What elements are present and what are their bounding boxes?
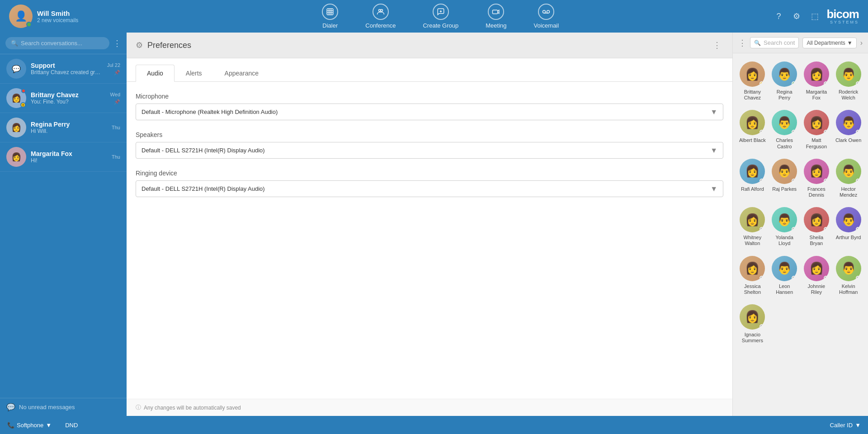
contact-card[interactable]: 👩 Brittany Chavez [738,59,767,104]
contact-card[interactable]: 👨 Hector Mendez [834,156,863,201]
conversation-message: Brittany Chavez created gro... [31,69,103,75]
conversation-meta: Wed 📌 [110,92,120,105]
softphone-button[interactable]: 📞 Softphone ▼ [7,422,52,429]
contact-name: Margarita Fox [803,89,830,101]
caller-id-button[interactable]: Caller ID ▼ [830,422,861,429]
dialer-label: Dialer [322,22,338,29]
list-item[interactable]: 👩 ! Brittany Chavez You: Fine. You? Wed … [0,84,127,113]
contact-avatar: 👩 [740,61,765,87]
contact-card[interactable]: 👨 Clark Owen [834,107,863,152]
list-item[interactable]: 👩 Margarita Fox Hi! Thu [0,142,127,172]
main-layout: 🔍 ⋮ 💬 Support Brittany Chavez created gr… [0,33,868,416]
bicom-logo: bicom SYSTEMS [826,8,859,24]
user-status: 2 new voicemails [37,17,78,24]
contact-card[interactable]: 👩 Johnnie Riley [802,253,831,298]
contact-card[interactable]: 👨 Regina Perry [770,59,799,104]
contact-status-dot [856,81,860,86]
contacts-grid: 👩 Brittany Chavez 👨 Regina Perry 👩 Marga… [733,53,868,416]
contact-name: Kelvin Hoffman [835,283,862,295]
contact-status-dot [760,179,764,183]
dnd-label: DND [65,422,78,429]
contact-card[interactable]: 👨 Raj Parkes [770,156,799,201]
logout-button[interactable]: ⬚ [808,10,821,23]
center-panel: ⚙ Preferences ⋮ Audio Alerts Appearance … [127,33,732,416]
svg-point-6 [381,9,383,12]
list-item[interactable]: 💬 Support Brittany Chavez created gro...… [0,54,127,84]
online-status-dot [26,22,32,27]
department-select[interactable]: All Departments ▼ [802,38,856,48]
contact-card[interactable]: 👩 Sheila Bryan [802,204,831,249]
microphone-select[interactable]: Default - Microphone (Realtek High Defin… [136,104,723,120]
list-item[interactable]: 👩 Regina Perry Hi Will. Thu [0,113,127,142]
contact-avatar: 👩 [804,110,829,135]
conversation-name: Brittany Chavez [31,91,106,99]
ringing-select[interactable]: Default - DELL S2721H (Intel(R) Display … [136,181,723,197]
contact-card[interactable]: 👨 Charles Castro [770,107,799,152]
contact-card[interactable]: 👨 Yolanda Lloyd [770,204,799,249]
contact-status-dot [856,276,860,280]
conversation-info: Support Brittany Chavez created gro... [31,62,103,75]
contact-avatar: 👨 [772,110,797,135]
pin-icon: 📌 [114,70,120,75]
nav-item-meeting[interactable]: Meeting [486,4,506,29]
contacts-search-wrap[interactable]: 🔍 [750,37,799,48]
conversation-avatar: 💬 [6,59,26,79]
contact-card[interactable]: 👩 Ignacio Summers [738,302,767,346]
caller-id-label: Caller ID [830,422,853,429]
help-button[interactable]: ? [772,10,785,23]
create-group-icon [433,4,449,20]
notification-badge [21,89,26,93]
contact-card[interactable]: 👨 Kelvin Hoffman [834,253,863,298]
dnd-button[interactable]: DND [65,422,78,429]
ringing-group: Ringing device Default - DELL S2721H (In… [136,170,723,197]
right-chevron-button[interactable]: › [860,39,863,47]
contact-card[interactable]: 👨 Leon Hansen [770,253,799,298]
tab-audio[interactable]: Audio [136,65,175,82]
contacts-search-input[interactable] [764,39,795,46]
nav-item-conference[interactable]: Conference [365,4,396,29]
contact-status-dot [856,227,860,231]
contact-card[interactable]: 👨 Roderick Welch [834,59,863,104]
contact-name: Johnnie Riley [803,283,830,295]
nav-item-voicemail[interactable]: Voicemail [534,4,559,29]
contact-card[interactable]: 👩 Matt Ferguson [802,107,831,152]
conversation-name: Margarita Fox [31,150,107,157]
contact-avatar: 👩 [740,304,765,330]
contact-name: Albert Black [739,137,766,143]
microphone-select-wrap: Default - Microphone (Realtek High Defin… [136,104,723,120]
contact-card[interactable]: 👩 Rafi Alford [738,156,767,201]
conversation-list: 💬 Support Brittany Chavez created gro...… [0,54,127,398]
settings-button[interactable]: ⚙ [790,10,803,23]
ringing-label: Ringing device [136,170,723,177]
tab-alerts[interactable]: Alerts [175,65,213,82]
contact-card[interactable]: 👩 Albert Black [738,107,767,152]
search-input-wrap[interactable]: 🔍 [5,37,109,49]
contact-name: Yolanda Lloyd [771,235,798,246]
contact-status-dot [856,179,860,183]
search-conversations-input[interactable] [21,40,104,47]
conversation-meta: Jul 22 📌 [107,62,120,75]
contact-status-dot [824,227,828,231]
contact-avatar: 👩 [804,61,829,87]
speakers-select[interactable]: Default - DELL S2721H (Intel(R) Display … [136,142,723,158]
tab-appearance[interactable]: Appearance [213,65,270,82]
conversation-info: Regina Perry Hi Will. [31,121,107,134]
contact-card[interactable]: 👩 Frances Dennis [802,156,831,201]
conversation-name: Regina Perry [31,121,107,128]
conference-icon [373,4,389,20]
contact-name: Sheila Bryan [803,235,830,246]
contact-status-dot [760,227,764,231]
contact-card[interactable]: 👩 Margarita Fox [802,59,831,104]
contact-card[interactable]: 👨 Arthur Byrd [834,204,863,249]
contact-card[interactable]: 👩 Whitney Walton [738,204,767,249]
contacts-more-button[interactable]: ⋮ [738,38,746,48]
svg-rect-9 [493,10,498,14]
nav-item-create-group[interactable]: Create Group [423,4,458,29]
contact-card[interactable]: 👩 Jessica Shelton [738,253,767,298]
autosave-text: Any changes will be automatically saved [144,405,241,411]
preferences-more-button[interactable]: ⋮ [711,39,723,52]
sidebar-more-button[interactable]: ⋮ [113,38,121,48]
nav-item-dialer[interactable]: Dialer [322,4,338,29]
contact-avatar: 👨 [836,256,861,281]
ringing-select-wrap: Default - DELL S2721H (Intel(R) Display … [136,180,723,197]
